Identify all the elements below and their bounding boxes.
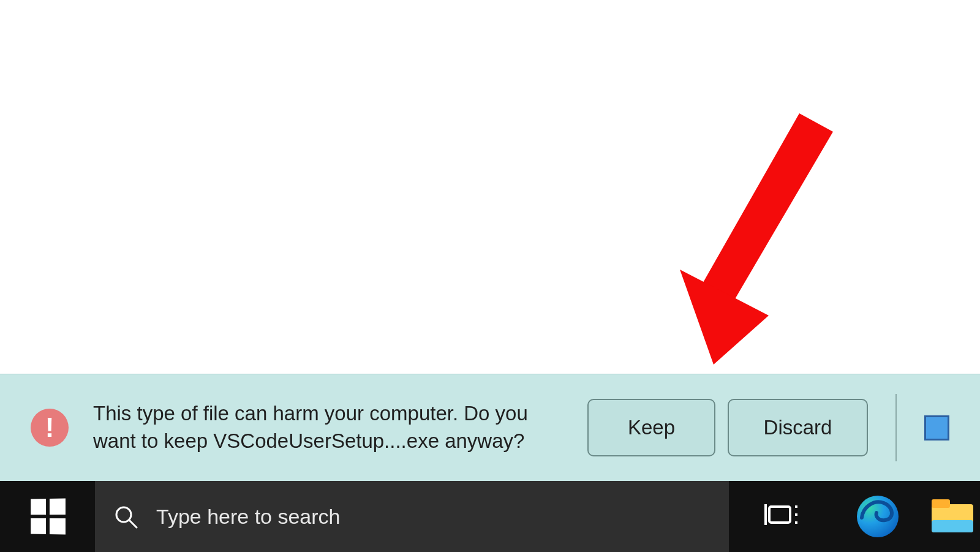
windows-logo-icon (31, 498, 66, 534)
svg-line-3 (129, 520, 137, 527)
taskbar-search-input[interactable] (155, 504, 729, 529)
discard-button[interactable]: Discard (728, 399, 868, 456)
svg-rect-11 (932, 499, 950, 508)
start-button[interactable] (0, 481, 95, 552)
file-explorer-icon (930, 498, 974, 535)
svg-marker-0 (698, 113, 833, 309)
download-warning-bar: ! This type of file can harm your comput… (0, 374, 980, 481)
edge-icon (856, 494, 900, 539)
warning-icon: ! (31, 409, 69, 447)
keep-button[interactable]: Keep (587, 399, 715, 456)
show-all-downloads-icon[interactable] (924, 415, 949, 440)
download-bar-divider (895, 394, 897, 461)
windows-taskbar (0, 481, 980, 552)
taskbar-app-file-explorer[interactable] (925, 481, 980, 552)
taskbar-search-box[interactable] (95, 481, 729, 552)
search-icon (113, 504, 138, 529)
download-warning-message: This type of file can harm your computer… (93, 400, 575, 455)
task-view-button[interactable] (735, 481, 830, 552)
svg-marker-1 (680, 270, 769, 365)
taskbar-app-edge[interactable] (830, 481, 925, 552)
svg-rect-12 (932, 520, 973, 532)
task-view-icon (764, 498, 801, 535)
svg-rect-4 (769, 507, 790, 523)
annotation-arrow (680, 113, 839, 373)
